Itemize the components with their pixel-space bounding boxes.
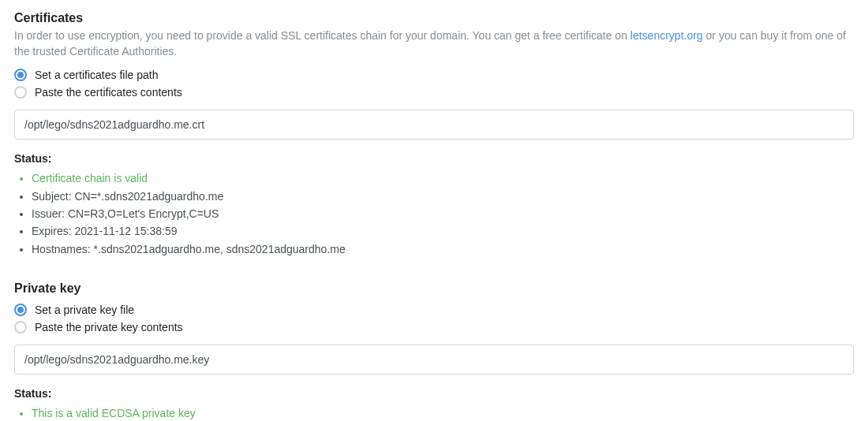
radio-cert-file-path-label: Set a certificates file path	[35, 69, 158, 81]
certificates-description: In order to use encryption, you need to …	[14, 28, 854, 59]
radio-icon	[14, 321, 27, 333]
cert-status-issuer: Issuer: CN=R3,O=Let's Encrypt,C=US	[32, 205, 854, 222]
certificates-status-list: Certificate chain is valid Subject: CN=*…	[14, 170, 854, 258]
certificates-path-input[interactable]	[14, 110, 854, 140]
radio-private-key-paste-label: Paste the private key contents	[35, 321, 183, 333]
certificates-radio-group: Set a certificates file path Paste the c…	[14, 69, 854, 99]
certificates-heading: Certificates	[14, 11, 854, 25]
radio-cert-paste[interactable]: Paste the certificates contents	[14, 86, 854, 99]
letsencrypt-link[interactable]: letsencrypt.org	[630, 29, 703, 42]
radio-icon	[14, 69, 27, 81]
private-key-heading: Private key	[14, 281, 854, 296]
radio-icon	[14, 86, 27, 99]
radio-private-key-file[interactable]: Set a private key file	[14, 304, 854, 316]
cert-status-hostnames: Hostnames: *.sdns2021adguardho.me, sdns2…	[32, 240, 854, 258]
radio-private-key-file-label: Set a private key file	[35, 304, 134, 316]
cert-status-expires: Expires: 2021-11-12 15:38:59	[32, 222, 854, 240]
radio-icon	[14, 304, 27, 316]
private-key-status-label: Status:	[14, 387, 854, 400]
cert-status-subject: Subject: CN=*.sdns2021adguardho.me	[32, 188, 854, 205]
certificates-desc-before: In order to use encryption, you need to …	[14, 29, 630, 42]
private-key-status-list: This is a valid ECDSA private key	[14, 404, 854, 421]
private-key-path-input[interactable]	[14, 345, 854, 374]
cert-status-valid: Certificate chain is valid	[32, 170, 854, 187]
private-key-status-valid: This is a valid ECDSA private key	[32, 404, 854, 421]
radio-cert-file-path[interactable]: Set a certificates file path	[14, 69, 854, 81]
certificates-status-label: Status:	[14, 152, 854, 165]
private-key-radio-group: Set a private key file Paste the private…	[14, 304, 854, 333]
radio-cert-paste-label: Paste the certificates contents	[35, 86, 182, 99]
radio-private-key-paste[interactable]: Paste the private key contents	[14, 321, 854, 333]
